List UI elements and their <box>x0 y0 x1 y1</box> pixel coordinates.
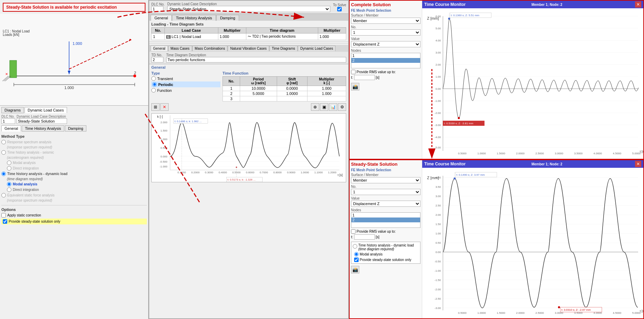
to-solve-checkbox[interactable] <box>337 7 342 11</box>
toolbar-delete-btn[interactable]: ✕ <box>160 103 169 111</box>
ss-chart-area: Z [mm] 4.00 3.50 3.00 2.50 2.00 <box>422 168 643 318</box>
svg-text:1.5000: 1.5000 <box>497 311 505 315</box>
method-opt3b-radio[interactable] <box>7 187 11 192</box>
tab-general-mid[interactable]: General <box>151 15 172 21</box>
ss-right-col: Time Course Monitor Member 1; Node: 2 ✕ … <box>422 160 643 318</box>
td-desc-input[interactable] <box>166 57 346 62</box>
fh-shift: Shiftφ [rad] <box>277 77 307 86</box>
fr3-mult <box>307 96 346 102</box>
cs-nodes-list[interactable]: 1 2 <box>351 53 420 68</box>
ss-value-select[interactable]: Displacement Z <box>351 201 420 207</box>
toolbar-copy-btn[interactable]: ⊕ <box>311 103 319 111</box>
method-opt2-radio[interactable] <box>1 150 6 155</box>
loading-table: No. Load Case Multiplier Time diagram Mu… <box>151 27 346 40</box>
method-opt2b-radio[interactable] <box>7 166 11 171</box>
ss-rms-t-input[interactable] <box>354 234 375 240</box>
cs-no-select[interactable]: 1 <box>351 29 420 36</box>
method-opt4-radio[interactable] <box>1 193 6 197</box>
ss-node-2[interactable]: 2 <box>351 218 420 222</box>
ss-node-1[interactable]: 1 <box>351 213 420 218</box>
ss-title: Steady-State Solution <box>351 162 420 167</box>
ss-rms-row: Provide RMS value up to: <box>351 229 420 234</box>
cs-rms-t-input[interactable] <box>354 75 375 80</box>
tab-diagrams[interactable]: Diagrams <box>1 107 24 113</box>
svg-text:t [s]: t [s] <box>338 173 342 177</box>
provide-steady-checkbox[interactable] <box>3 219 7 224</box>
dlc-detail-desc-select[interactable]: Steady-State Solution <box>167 6 330 12</box>
ss-surf-select[interactable]: Member <box>351 177 420 183</box>
transient-radio[interactable] <box>151 76 156 81</box>
cs-left-col: Complete Solution FE Mesh Point Selectio… <box>350 1 422 159</box>
tab-mass-cases[interactable]: Mass Cases <box>168 46 192 51</box>
tab-time-history[interactable]: Time History Analysis <box>22 125 64 132</box>
ss-nodes-list[interactable]: 1 2 <box>351 212 420 228</box>
svg-text:2: 2 <box>134 71 136 75</box>
method-opt3-sub: (time diagram required) <box>7 177 147 181</box>
tab-damping-mid[interactable]: Damping <box>216 15 239 21</box>
cs-node-2[interactable]: 2 <box>351 58 420 63</box>
dlc-detail-desc-label: Dynamic Load Case Description <box>167 2 330 6</box>
toolbar-settings-btn[interactable]: ⚙ <box>338 103 346 111</box>
td-no-input[interactable] <box>151 57 163 62</box>
toolbar-chart-btn[interactable]: 📊 <box>329 103 337 111</box>
ss-chart-btn[interactable]: 📸 <box>351 266 359 273</box>
tab-nat-vib[interactable]: Natural Vibration Cases <box>228 46 269 51</box>
toolbar-export-btn[interactable]: ▣ <box>320 103 328 111</box>
svg-text:-2.00: -2.00 <box>435 288 441 291</box>
ss-nodes-label: Nodes <box>351 208 420 212</box>
ss-opt3-checkbox[interactable] <box>354 258 359 262</box>
method-opt2a-radio[interactable] <box>7 161 11 165</box>
dlc-detail-header: DLC No. Dynamic Load Case Description St… <box>149 1 348 14</box>
ss-rms-checkbox[interactable] <box>351 229 356 234</box>
tab-general[interactable]: General <box>1 125 21 132</box>
cs-chart-btn[interactable]: 📸 <box>351 83 359 90</box>
dlc-detail-no-input[interactable] <box>151 6 163 12</box>
ss-opt3-label: Provide steady-state solution only <box>360 258 411 262</box>
dlc-no-input[interactable] <box>1 118 15 124</box>
svg-text:-0.50: -0.50 <box>435 260 441 263</box>
cs-surf-select[interactable]: Member <box>351 18 420 24</box>
tab-damping[interactable]: Damping <box>65 125 86 132</box>
transient-label: Transient <box>157 77 173 81</box>
method-opt3-label: Time history analysis - dynamic load <box>7 172 67 176</box>
periodic-radio[interactable] <box>152 82 157 87</box>
svg-text:0.00: 0.00 <box>435 251 441 254</box>
svg-text:1.000: 1.000 <box>161 138 168 141</box>
cs-rms-checkbox[interactable] <box>351 70 356 74</box>
tab-time-history-mid[interactable]: Time History Analysis <box>172 15 216 21</box>
tab-mass-comb[interactable]: Mass Combinations <box>192 46 228 51</box>
ss-opt1-radio[interactable] <box>353 244 357 249</box>
method-opt1-label: Response spectrum analysis <box>7 140 51 144</box>
method-opt1-radio[interactable] <box>1 140 6 144</box>
dlc-panel: Diagrams Dynamic Load Cases DLC No. Dyna… <box>0 105 148 319</box>
toolbar-add-btn[interactable]: ⊞ <box>151 103 160 111</box>
tab-time-diag[interactable]: Time Diagrams <box>269 46 297 51</box>
cs-no-label: No. <box>351 25 420 29</box>
ss-opt2-radio[interactable] <box>354 252 359 257</box>
tab-dlc[interactable]: Dynamic Load Cases <box>25 107 67 113</box>
svg-text:t [s]: t [s] <box>640 309 643 313</box>
cs-close-btn[interactable]: ✕ <box>635 1 641 8</box>
fr2-no: 2 <box>223 91 240 96</box>
tab-general-td[interactable]: General <box>151 46 168 51</box>
ss-info-box: Time history analysis - dynamic load(tim… <box>351 242 420 264</box>
method-opt3-radio[interactable] <box>1 172 6 176</box>
svg-text:-1.50: -1.50 <box>435 279 441 282</box>
cs-node-1[interactable]: 1 <box>351 53 420 58</box>
cs-value-label: Value <box>351 37 420 41</box>
ss-no-select[interactable]: 1 <box>351 189 420 195</box>
svg-text:-5.00: -5.00 <box>435 146 441 149</box>
function-radio[interactable] <box>151 88 156 93</box>
function-label: Function <box>157 88 172 93</box>
dlc-desc-input[interactable] <box>17 118 67 124</box>
tab-dlc-sub[interactable]: Dynamic Load Cases <box>298 46 335 51</box>
apply-static-checkbox[interactable] <box>1 213 6 218</box>
ss-close-btn[interactable]: ✕ <box>635 161 641 167</box>
svg-text:t: 0.5173 s; k: -1.326 ...: t: 0.5173 s; k: -1.326 ... <box>228 178 256 181</box>
svg-text:0.5000: 0.5000 <box>458 311 467 315</box>
svg-text:1.2000: 1.2000 <box>328 171 337 174</box>
method-opt3a-radio[interactable] <box>7 182 11 186</box>
structural-diagram: 1 2 1.000 1.000 <box>0 28 149 117</box>
ss-tcm-titlebar: Time Course Monitor Member 1; Node: 2 ✕ <box>422 160 643 168</box>
cs-value-select[interactable]: Displacement Z <box>351 41 420 47</box>
